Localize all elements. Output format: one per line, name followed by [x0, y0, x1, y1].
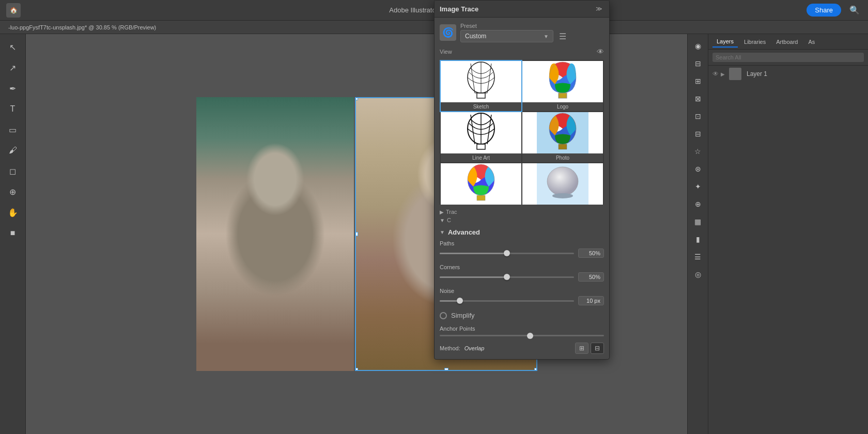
brush-define-tool[interactable]: ✦ [690, 179, 706, 194]
file-tab[interactable]: -luo-ppgFysfT7tc-unsplash.jpg* @ 30.85 %… [4, 23, 160, 32]
paths-slider-control: 50% [440, 249, 604, 258]
selection-handle-tl[interactable] [355, 97, 358, 100]
method-icons: ⊞ ⊟ [575, 343, 604, 354]
home-button[interactable]: 🏠 [6, 3, 21, 18]
share-button[interactable]: Share [807, 4, 841, 17]
stroke-tool[interactable]: ⊡ [690, 109, 706, 124]
panel-body: 🌀 Preset Custom ▼ ☰ View 👁 [435, 18, 609, 359]
layer-name: Layer 1 [747, 70, 767, 78]
panel-header-icons: ≫ [594, 5, 604, 13]
preset-item-sketch[interactable]: Sketch [441, 61, 521, 111]
tab-layers[interactable]: Layers [712, 36, 738, 48]
preset-item-photo[interactable]: Photo [522, 112, 603, 162]
layer-item[interactable]: 👁 ▶ Layer 1 [708, 66, 868, 82]
svg-rect-12 [559, 93, 567, 98]
preset-label: Preset [460, 23, 569, 29]
selection-handle-br[interactable] [534, 368, 537, 371]
corners-slider-thumb[interactable] [504, 274, 510, 280]
recolor-tool[interactable]: ⊛ [690, 161, 706, 177]
expand-tool[interactable]: ⊟ [690, 126, 706, 142]
anchor-slider-track[interactable] [440, 335, 604, 336]
preset-list-btn[interactable]: ☰ [556, 30, 569, 42]
preset-row: 🌀 Preset Custom ▼ ☰ [440, 23, 604, 42]
advanced-section-header[interactable]: ▼ Advanced [440, 228, 604, 236]
advanced-title: Advanced [448, 228, 480, 236]
preset-value: Custom [465, 33, 544, 40]
color-swatch[interactable]: ■ [4, 224, 22, 242]
hand-tool[interactable]: ✋ [4, 204, 22, 221]
view-toggle[interactable]: 👁 [597, 48, 604, 56]
transform-tool[interactable]: ⊞ [690, 73, 706, 89]
color-guide-tool[interactable]: ☆ [690, 144, 706, 159]
layer-visibility-icon[interactable]: 👁 [712, 70, 719, 78]
panel-header[interactable]: Image Trace ≫ [435, 1, 609, 18]
selection-handle-bl[interactable] [355, 368, 358, 371]
left-toolbar: ↖ ↗ ✒ T ▭ 🖌 ◻ ⊕ ✋ ■ [0, 34, 26, 434]
svg-rect-23 [559, 144, 567, 149]
paths-slider-track[interactable] [440, 253, 574, 254]
view-label: View [440, 49, 452, 55]
circle-tool[interactable]: ◎ [690, 267, 706, 282]
corners-slider-track[interactable] [440, 276, 574, 278]
shape-tool[interactable]: ▭ [4, 121, 22, 138]
koala-original [196, 97, 354, 371]
method-icon-abutting[interactable]: ⊞ [575, 343, 588, 354]
paths-slider-thumb[interactable] [504, 250, 510, 256]
advanced-chevron-icon: ▼ [440, 229, 445, 235]
svg-point-29 [547, 167, 578, 196]
c-label: C [447, 217, 604, 223]
method-icon-overlap[interactable]: ⊟ [591, 343, 604, 354]
pathfinder-tool[interactable]: ⊠ [690, 91, 706, 106]
svg-point-30 [552, 193, 573, 198]
c-chevron[interactable]: ▼ [440, 218, 445, 223]
method-value: Overlap [464, 345, 571, 351]
selection-handle-bc[interactable] [444, 368, 448, 371]
noise-slider-thumb[interactable] [457, 298, 463, 304]
image-trace-panel: Image Trace ≫ 🌀 Preset Custom ▼ ☰ View [434, 0, 610, 360]
right-panel: Layers Libraries Artboard As 👁 ▶ Layer 1 [708, 34, 868, 434]
selection-tool[interactable]: ↖ [4, 38, 22, 56]
trace-chevron[interactable]: ▶ [440, 209, 444, 215]
noise-slider-track[interactable] [440, 300, 574, 302]
method-row: Method: Overlap ⊞ ⊟ [440, 343, 604, 354]
extra-tool[interactable]: ▮ [690, 231, 706, 247]
eraser-tool[interactable]: ◻ [4, 162, 22, 180]
preset-thumb-lowfi [441, 163, 521, 205]
layer-expand-arrow[interactable]: ▶ [721, 71, 725, 77]
graph-tool[interactable]: ▦ [690, 214, 706, 229]
corners-value[interactable]: 50% [578, 272, 604, 282]
anchor-slider-thumb[interactable] [527, 333, 533, 339]
panel-tabs: Layers Libraries Artboard As [708, 34, 868, 50]
svg-rect-18 [477, 144, 485, 149]
tab-artboard[interactable]: Artboard [772, 37, 802, 47]
zoom-tool[interactable]: ⊕ [4, 183, 22, 200]
noise-value[interactable]: 10 px [578, 296, 604, 305]
align-tool[interactable]: ⊟ [690, 56, 706, 71]
paths-value[interactable]: 50% [578, 249, 604, 258]
type-tool[interactable]: T [4, 100, 22, 118]
tab-libraries[interactable]: Libraries [740, 37, 770, 47]
anchor-row: Anchor Points [440, 326, 604, 336]
method-label: Method: [440, 345, 460, 351]
right-tools: ◉ ⊟ ⊞ ⊠ ⊡ ⊟ ☆ ⊛ ✦ ⊕ ▦ ▮ ☰ ◎ [687, 34, 708, 434]
preset-item-logo[interactable]: Logo [522, 61, 603, 111]
tab-assets[interactable]: As [804, 37, 819, 47]
preset-item-lineart[interactable]: Line Art [441, 112, 521, 162]
pen-tool[interactable]: ✒ [4, 80, 22, 97]
appearance-tool[interactable]: ◉ [690, 38, 706, 54]
simplify-radio[interactable] [440, 312, 447, 319]
symbol-tool[interactable]: ⊕ [690, 196, 706, 212]
search-input[interactable] [712, 53, 864, 62]
panel-search [708, 50, 868, 66]
brush-tool[interactable]: 🖌 [4, 142, 22, 159]
panel-menu-btn[interactable]: ≫ [594, 5, 604, 13]
search-button[interactable]: 🔍 [847, 3, 862, 18]
selection-handle-ml[interactable] [355, 232, 358, 236]
preset-dropdown[interactable]: Custom ▼ [460, 30, 553, 42]
menu-tool[interactable]: ☰ [690, 249, 706, 265]
preset-item-highfi[interactable]: High Fidelity [522, 163, 603, 205]
direct-selection-tool[interactable]: ↗ [4, 59, 22, 76]
preset-item-lowfi[interactable]: Low Fidelity [441, 163, 521, 205]
highfi-svg [522, 163, 603, 205]
noise-slider-control: 10 px [440, 296, 604, 305]
